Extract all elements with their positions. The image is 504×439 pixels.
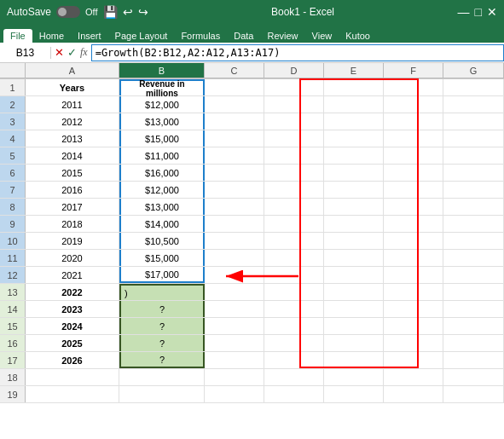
cell-A17[interactable]: 2026 bbox=[26, 352, 119, 368]
cell-G3[interactable] bbox=[443, 113, 504, 130]
cell-G9[interactable] bbox=[443, 216, 504, 232]
autosave-toggle[interactable] bbox=[56, 6, 80, 18]
cell-B7[interactable]: $12,000 bbox=[119, 182, 205, 198]
cell-C17[interactable] bbox=[205, 352, 264, 368]
cell-G7[interactable] bbox=[443, 182, 504, 198]
cell-E2[interactable] bbox=[324, 96, 384, 113]
maximize-icon[interactable]: □ bbox=[475, 5, 482, 19]
cell-A11[interactable]: 2020 bbox=[26, 250, 119, 266]
cell-F15[interactable] bbox=[384, 318, 443, 334]
cell-C4[interactable] bbox=[205, 130, 264, 147]
cell-D4[interactable] bbox=[264, 130, 324, 147]
cell-E16[interactable] bbox=[324, 335, 384, 351]
cell-C8[interactable] bbox=[205, 199, 264, 215]
formula-input[interactable] bbox=[91, 44, 504, 61]
tab-review[interactable]: Review bbox=[260, 29, 304, 43]
cell-A13[interactable]: 2022 bbox=[26, 284, 119, 300]
cell-F1[interactable] bbox=[384, 79, 443, 95]
row-num-11[interactable]: 11 bbox=[0, 250, 26, 266]
cell-D14[interactable] bbox=[264, 301, 324, 317]
cell-E4[interactable] bbox=[324, 130, 384, 147]
cell-D2[interactable] bbox=[264, 96, 324, 113]
row-num-18[interactable]: 18 bbox=[0, 369, 26, 385]
row-num-7[interactable]: 7 bbox=[0, 182, 26, 198]
row-num-6[interactable]: 6 bbox=[0, 165, 26, 181]
cell-E19[interactable] bbox=[324, 386, 384, 402]
cell-G1[interactable] bbox=[443, 79, 504, 95]
save-icon[interactable]: 💾 bbox=[103, 5, 118, 19]
cell-A8[interactable]: 2017 bbox=[26, 199, 119, 215]
cell-G11[interactable] bbox=[443, 250, 504, 266]
cell-F8[interactable] bbox=[384, 199, 443, 215]
cell-F7[interactable] bbox=[384, 182, 443, 198]
confirm-formula-icon[interactable]: ✓ bbox=[67, 46, 77, 59]
cell-E17[interactable] bbox=[324, 352, 384, 368]
row-num-17[interactable]: 17 bbox=[0, 352, 26, 368]
cell-E3[interactable] bbox=[324, 113, 384, 130]
cell-D3[interactable] bbox=[264, 113, 324, 130]
cell-E13[interactable] bbox=[324, 284, 384, 300]
cell-C5[interactable] bbox=[205, 147, 264, 164]
cell-E1[interactable] bbox=[324, 79, 384, 95]
row-num-2[interactable]: 2 bbox=[0, 96, 26, 113]
cell-A5[interactable]: 2014 bbox=[26, 147, 119, 164]
tab-home[interactable]: Home bbox=[32, 29, 71, 43]
cell-A15[interactable]: 2024 bbox=[26, 318, 119, 334]
cell-C16[interactable] bbox=[205, 335, 264, 351]
cell-D16[interactable] bbox=[264, 335, 324, 351]
col-header-D[interactable]: D bbox=[264, 63, 324, 78]
cell-F9[interactable] bbox=[384, 216, 443, 232]
cell-E8[interactable] bbox=[324, 199, 384, 215]
cell-B13[interactable]: ) bbox=[119, 284, 205, 300]
cell-F10[interactable] bbox=[384, 233, 443, 249]
tab-file[interactable]: File bbox=[3, 29, 32, 43]
cell-D5[interactable] bbox=[264, 147, 324, 164]
cell-D18[interactable] bbox=[264, 369, 324, 385]
cell-F13[interactable] bbox=[384, 284, 443, 300]
undo-icon[interactable]: ↩ bbox=[123, 5, 133, 19]
cell-B15[interactable]: ? bbox=[119, 318, 205, 334]
col-header-C[interactable]: C bbox=[205, 63, 264, 78]
cell-B2[interactable]: $12,000 bbox=[119, 96, 205, 113]
close-icon[interactable]: ✕ bbox=[487, 5, 497, 19]
cell-D19[interactable] bbox=[264, 386, 324, 402]
cell-E10[interactable] bbox=[324, 233, 384, 249]
cell-G8[interactable] bbox=[443, 199, 504, 215]
cell-E12[interactable] bbox=[324, 267, 384, 283]
cell-G2[interactable] bbox=[443, 96, 504, 113]
cell-B8[interactable]: $13,000 bbox=[119, 199, 205, 215]
cell-A4[interactable]: 2013 bbox=[26, 130, 119, 147]
cell-F2[interactable] bbox=[384, 96, 443, 113]
cell-B16[interactable]: ? bbox=[119, 335, 205, 351]
cell-B14[interactable]: ? bbox=[119, 301, 205, 317]
cell-B5[interactable]: $11,000 bbox=[119, 147, 205, 164]
row-num-14[interactable]: 14 bbox=[0, 301, 26, 317]
cancel-formula-icon[interactable]: ✕ bbox=[55, 46, 64, 59]
cell-D1[interactable] bbox=[264, 79, 324, 95]
cell-A3[interactable]: 2012 bbox=[26, 113, 119, 130]
cell-E9[interactable] bbox=[324, 216, 384, 232]
cell-G13[interactable] bbox=[443, 284, 504, 300]
cell-F19[interactable] bbox=[384, 386, 443, 402]
cell-C3[interactable] bbox=[205, 113, 264, 130]
cell-G16[interactable] bbox=[443, 335, 504, 351]
cell-reference[interactable]: B13 bbox=[0, 47, 51, 59]
cell-E18[interactable] bbox=[324, 369, 384, 385]
cell-G4[interactable] bbox=[443, 130, 504, 147]
cell-B10[interactable]: $10,500 bbox=[119, 233, 205, 249]
row-num-15[interactable]: 15 bbox=[0, 318, 26, 334]
cell-A2[interactable]: 2011 bbox=[26, 96, 119, 113]
row-num-16[interactable]: 16 bbox=[0, 335, 26, 351]
cell-C18[interactable] bbox=[205, 369, 264, 385]
col-header-F[interactable]: F bbox=[384, 63, 443, 78]
cell-C9[interactable] bbox=[205, 216, 264, 232]
cell-D9[interactable] bbox=[264, 216, 324, 232]
col-header-A[interactable]: A bbox=[26, 63, 119, 78]
cell-B6[interactable]: $16,000 bbox=[119, 165, 205, 181]
cell-G12[interactable] bbox=[443, 267, 504, 283]
col-header-E[interactable]: E bbox=[324, 63, 384, 78]
cell-D6[interactable] bbox=[264, 165, 324, 181]
cell-A14[interactable]: 2023 bbox=[26, 301, 119, 317]
row-num-4[interactable]: 4 bbox=[0, 130, 26, 147]
cell-G18[interactable] bbox=[443, 369, 504, 385]
